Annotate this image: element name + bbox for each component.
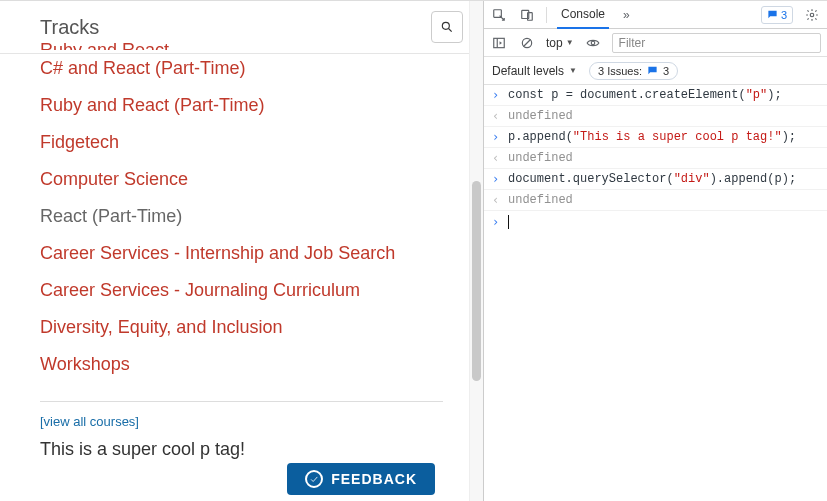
input-chevron-icon: › <box>492 215 502 229</box>
tracks-list: Ruby and ReactC# and React (Part-Time)Ru… <box>0 40 483 383</box>
console-text: document.querySelector("div").append(p); <box>508 172 796 186</box>
svg-point-5 <box>810 13 814 17</box>
device-toggle-icon[interactable] <box>518 6 536 24</box>
svg-line-1 <box>449 29 452 32</box>
track-link[interactable]: Diversity, Equity, and Inclusion <box>40 309 443 346</box>
scrollbar-thumb[interactable] <box>472 181 481 381</box>
svg-marker-8 <box>500 41 502 45</box>
svg-line-10 <box>524 39 531 46</box>
track-link[interactable]: Career Services - Internship and Job Sea… <box>40 235 443 272</box>
separator <box>546 7 547 23</box>
console-text: undefined <box>508 151 573 165</box>
track-current: React (Part-Time) <box>40 198 443 235</box>
view-all-courses-link[interactable]: [view all courses] <box>0 414 483 429</box>
console-text: undefined <box>508 109 573 123</box>
search-icon <box>440 20 454 34</box>
console-output-row: ‹undefined <box>484 106 827 127</box>
console-input-row: ›document.querySelector("div").append(p)… <box>484 169 827 190</box>
track-link[interactable]: Career Services - Journaling Curriculum <box>40 272 443 309</box>
input-chevron-icon: › <box>492 130 502 144</box>
issues-pill[interactable]: 3 Issues: 3 <box>589 62 678 80</box>
devtools-tabs: Console » 3 <box>484 1 827 29</box>
search-button[interactable] <box>431 11 463 43</box>
devtools-panel: Console » 3 top ▼ Filter <box>484 1 827 501</box>
issues-count: 3 <box>663 65 669 77</box>
track-link[interactable]: Ruby and React (Part-Time) <box>40 87 443 124</box>
track-link[interactable]: Fidgetech <box>40 124 443 161</box>
console-input-row: ›p.append("This is a super cool p tag!")… <box>484 127 827 148</box>
issues-label: 3 Issues: <box>598 65 642 77</box>
log-levels-selector[interactable]: Default levels ▼ <box>492 64 577 78</box>
context-label: top <box>546 36 563 50</box>
console-levels-bar: Default levels ▼ 3 Issues: 3 <box>484 57 827 85</box>
feedback-icon <box>305 470 323 488</box>
filter-input[interactable]: Filter <box>612 33 821 53</box>
tab-console[interactable]: Console <box>557 2 609 29</box>
tabs-overflow[interactable]: » <box>619 1 634 28</box>
svg-point-0 <box>442 22 449 29</box>
console-text: const p = document.createElement("p"); <box>508 88 782 102</box>
appended-paragraph: This is a super cool p tag! <box>0 429 483 460</box>
clear-console-icon[interactable] <box>518 34 536 52</box>
track-link[interactable]: Ruby and React <box>40 40 443 50</box>
filter-placeholder: Filter <box>619 36 646 50</box>
track-link[interactable]: Workshops <box>40 346 443 383</box>
console-output[interactable]: ›const p = document.createElement("p");‹… <box>484 85 827 501</box>
svg-rect-6 <box>494 38 505 47</box>
feedback-button[interactable]: FEEDBACK <box>287 463 435 495</box>
console-output-row: ‹undefined <box>484 190 827 211</box>
svg-point-11 <box>591 41 595 45</box>
page-title: Tracks <box>40 16 99 39</box>
messages-count: 3 <box>781 9 787 21</box>
page-pane: Tracks Ruby and ReactC# and React (Part-… <box>0 1 484 501</box>
track-link[interactable]: Computer Science <box>40 161 443 198</box>
gear-icon[interactable] <box>803 6 821 24</box>
sidebar-toggle-icon[interactable] <box>490 34 508 52</box>
context-selector[interactable]: top ▼ <box>546 36 574 50</box>
input-chevron-icon: › <box>492 88 502 102</box>
console-text: undefined <box>508 193 573 207</box>
input-chevron-icon: › <box>492 172 502 186</box>
output-chevron-icon: ‹ <box>492 109 502 123</box>
track-link[interactable]: C# and React (Part-Time) <box>40 50 443 87</box>
page-scrollbar[interactable] <box>469 1 483 501</box>
chevron-down-icon: ▼ <box>566 38 574 47</box>
output-chevron-icon: ‹ <box>492 151 502 165</box>
console-input-row: ›const p = document.createElement("p"); <box>484 85 827 106</box>
inspect-icon[interactable] <box>490 6 508 24</box>
caret <box>508 215 509 229</box>
messages-badge[interactable]: 3 <box>761 6 793 24</box>
console-prompt[interactable]: › <box>484 211 827 232</box>
console-toolbar: top ▼ Filter <box>484 29 827 57</box>
live-expression-icon[interactable] <box>584 34 602 52</box>
feedback-label: FEEDBACK <box>331 471 417 487</box>
chevron-down-icon: ▼ <box>569 66 577 75</box>
console-text: p.append("This is a super cool p tag!"); <box>508 130 796 144</box>
divider <box>40 401 443 402</box>
output-chevron-icon: ‹ <box>492 193 502 207</box>
log-levels-label: Default levels <box>492 64 564 78</box>
console-output-row: ‹undefined <box>484 148 827 169</box>
